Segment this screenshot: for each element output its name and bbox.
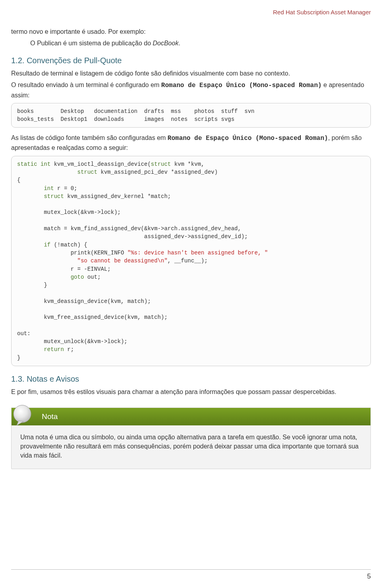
running-header: Red Hat Subscription Asset Manager — [11, 8, 371, 17]
text: . — [179, 40, 180, 47]
text: mutex_unlock(&kvm->lock); — [17, 338, 127, 345]
text: printk(KERN_INFO — [17, 250, 127, 256]
paragraph: termo novo e importante é usado. Por exe… — [11, 27, 371, 36]
text — [17, 258, 77, 264]
text: } — [17, 282, 47, 288]
text: As listas de código fonte também são con… — [11, 134, 168, 141]
text: mutex_lock(&kvm->lock); — [17, 209, 121, 215]
kw-return: return — [44, 346, 64, 353]
speech-bubble-icon — [11, 403, 35, 428]
note-admonition: Nota Uma nota é uma dica ou símbolo, ou … — [11, 408, 371, 469]
paragraph: Resultado de terminal e listagem de códi… — [11, 69, 371, 78]
text: (!match) { — [51, 242, 87, 248]
text: kvm_free_assigned_device(kvm, match); — [17, 314, 168, 320]
text: r = -EINVAL; — [17, 266, 111, 272]
mono-term: Romano de Espaço Único (Mono-spaced Roma… — [161, 82, 322, 89]
text: r = 0; — [54, 185, 77, 192]
mono-term: Romano de Espaço Único (Mono-spaced Roma… — [168, 135, 328, 142]
section-heading-1-3: 1.3. Notas e Avisos — [11, 373, 371, 385]
paragraph: As listas de código fonte também são con… — [11, 133, 371, 152]
text: kvm_vm_ioctl_deassign_device( — [51, 161, 151, 167]
text — [37, 161, 40, 167]
text: kvm_assigned_pci_dev *assigned_dev) — [97, 169, 218, 175]
kw-goto: goto — [70, 274, 84, 280]
kw-int: int — [41, 161, 51, 167]
paragraph: O resultado enviado à um terminal é conf… — [11, 80, 371, 99]
text — [17, 169, 77, 175]
note-label: Nota — [42, 411, 58, 422]
note-body: Uma nota é uma dica ou símbolo, ou ainda… — [12, 425, 370, 469]
text: { — [17, 177, 20, 183]
code-listing: static int kvm_vm_ioctl_deassign_device(… — [11, 156, 371, 366]
section-heading-1-2: 1.2. Convenções de Pull-Quote — [11, 55, 371, 66]
text — [17, 242, 44, 248]
string-literal: "so cannot be deassigned\n" — [77, 258, 168, 264]
text: out; — [84, 274, 101, 280]
text: out: — [17, 330, 31, 337]
text: , __func__); — [168, 258, 208, 264]
svg-point-0 — [14, 405, 31, 423]
italic-term: DocBook — [153, 40, 179, 47]
example-paragraph: O Publican é um sistema de publicação do… — [30, 39, 371, 48]
paragraph: E por fim, usamos três estilos visuais p… — [11, 387, 371, 396]
kw-struct: struct — [151, 161, 171, 167]
text: O Publican é um sistema de publicação do — [30, 40, 153, 47]
kw-if: if — [44, 242, 51, 248]
text: r; — [64, 346, 74, 353]
text: kvm_deassign_device(kvm, match); — [17, 298, 151, 305]
text: match = kvm_find_assigned_dev(&kvm->arch… — [17, 225, 241, 232]
text: O resultado enviado à um terminal é conf… — [11, 82, 161, 88]
terminal-output: books Desktop documentation drafts mss p… — [11, 103, 371, 128]
kw-static: static — [17, 161, 37, 167]
text: kvm_assigned_dev_kernel *match; — [64, 193, 171, 200]
text: kvm *kvm, — [171, 161, 205, 167]
text — [17, 346, 44, 353]
note-header: Nota — [12, 408, 370, 425]
kw-int: int — [44, 185, 54, 192]
page-number: 5 — [367, 572, 371, 582]
text: assigned_dev->assigned_dev_id); — [17, 233, 248, 240]
text — [17, 185, 44, 192]
text — [17, 193, 44, 200]
footer-rule — [11, 569, 371, 570]
string-literal: "%s: device hasn't been assigned before,… — [127, 250, 268, 256]
text: } — [17, 355, 20, 361]
text — [17, 274, 70, 280]
kw-struct: struct — [44, 193, 64, 200]
kw-struct: struct — [77, 169, 97, 175]
